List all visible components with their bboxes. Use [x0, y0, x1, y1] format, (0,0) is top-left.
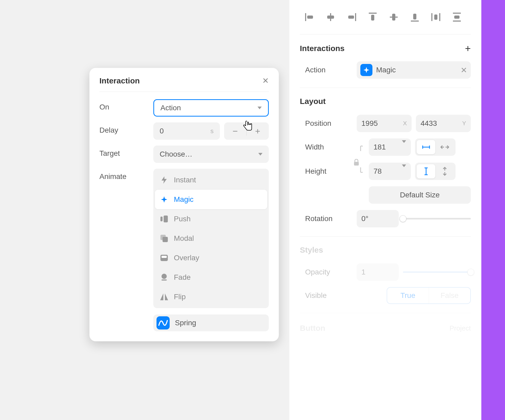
flip-icon: [160, 293, 168, 301]
animate-magic[interactable]: Magic: [155, 190, 267, 209]
slider-thumb[interactable]: [467, 269, 474, 276]
bolt-icon: [160, 176, 168, 184]
close-icon[interactable]: ✕: [262, 77, 269, 85]
interaction-chip[interactable]: Magic ✕: [357, 61, 471, 79]
delay-value: 0: [160, 127, 164, 135]
height-fixed-toggle[interactable]: [417, 164, 435, 178]
slider-thumb[interactable]: [400, 215, 406, 222]
delay-input[interactable]: 0 s: [153, 122, 220, 140]
align-left-icon[interactable]: [302, 11, 317, 24]
width-label: Width: [300, 143, 352, 151]
visible-true[interactable]: True: [387, 288, 429, 303]
alignment-controls: [300, 11, 471, 24]
align-center-h-icon[interactable]: [323, 11, 338, 24]
svg-rect-25: [454, 16, 459, 19]
remove-interaction-icon[interactable]: ✕: [461, 66, 467, 75]
visible-label: Visible: [300, 291, 352, 300]
svg-rect-22: [434, 14, 437, 20]
distribute-h-icon[interactable]: [428, 11, 443, 24]
on-label: On: [99, 99, 153, 111]
rotation-input[interactable]: 0°: [357, 210, 399, 227]
on-trigger-select[interactable]: Action: [153, 99, 269, 117]
opacity-slider[interactable]: [403, 263, 471, 281]
interaction-popover: Interaction ✕ On Action Delay 0 s − +: [89, 68, 279, 341]
x-suffix: X: [403, 120, 407, 127]
svg-rect-29: [354, 162, 359, 166]
svg-rect-19: [413, 14, 416, 19]
align-center-v-icon[interactable]: [386, 11, 401, 24]
on-trigger-value: Action: [160, 104, 181, 112]
chevron-down-icon: [402, 167, 406, 176]
sparkle-icon: [160, 196, 168, 203]
width-value: 181: [373, 143, 386, 151]
delay-label: Delay: [99, 122, 153, 134]
chevron-down-icon: [258, 153, 262, 156]
visible-false[interactable]: False: [429, 288, 471, 303]
animate-push[interactable]: Push: [155, 209, 267, 229]
rotation-slider[interactable]: [403, 210, 471, 227]
slider-track: [403, 271, 471, 273]
opacity-label: Opacity: [300, 268, 352, 276]
animate-magic-label: Magic: [174, 195, 194, 204]
easing-label: Spring: [175, 319, 196, 327]
animate-push-label: Push: [174, 215, 191, 223]
opacity-input[interactable]: 1: [357, 263, 399, 281]
purple-strip: [481, 0, 505, 420]
spring-curve-icon: [156, 316, 170, 329]
height-input[interactable]: 78: [369, 163, 411, 180]
width-input[interactable]: 181: [369, 138, 411, 156]
add-interaction-button[interactable]: +: [465, 43, 471, 53]
height-sizing-toggle: [415, 163, 456, 180]
animate-overlay-label: Overlay: [174, 254, 199, 262]
default-size-button[interactable]: Default Size: [369, 186, 471, 204]
svg-rect-0: [160, 217, 163, 221]
svg-rect-11: [327, 16, 334, 19]
position-y-input[interactable]: 4433 Y: [416, 115, 471, 132]
easing-select[interactable]: Spring: [153, 314, 269, 331]
target-select[interactable]: Choose…: [153, 146, 269, 163]
action-label: Action: [300, 66, 352, 74]
y-suffix: Y: [462, 120, 466, 127]
align-top-icon[interactable]: [365, 11, 380, 24]
rotation-label: Rotation: [300, 214, 352, 223]
animate-fade-label: Fade: [174, 273, 191, 282]
layout-title: Layout: [300, 97, 326, 106]
svg-rect-14: [369, 13, 377, 14]
fade-icon: [160, 273, 168, 281]
animate-fade[interactable]: Fade: [155, 268, 267, 287]
position-label: Position: [300, 119, 352, 128]
link-top-icon: [357, 143, 365, 151]
modal-icon: [160, 234, 168, 242]
position-y-value: 4433: [421, 119, 437, 128]
component-name: Button: [300, 324, 325, 333]
stepper-plus[interactable]: +: [247, 127, 269, 136]
slider-track: [403, 218, 471, 219]
push-icon: [160, 215, 168, 223]
animate-modal-label: Modal: [174, 234, 194, 243]
height-fill-toggle[interactable]: [435, 164, 454, 178]
svg-rect-9: [307, 16, 313, 19]
stepper-minus[interactable]: −: [224, 127, 246, 136]
distribute-v-icon[interactable]: [449, 11, 464, 24]
animate-modal[interactable]: Modal: [155, 229, 267, 248]
svg-rect-5: [161, 256, 167, 258]
rotation-value: 0°: [361, 214, 368, 223]
svg-rect-23: [453, 13, 461, 14]
delay-stepper: − +: [224, 122, 269, 140]
svg-rect-15: [371, 15, 374, 21]
width-fill-toggle[interactable]: [435, 140, 454, 154]
animate-flip-label: Flip: [174, 293, 186, 301]
align-right-icon[interactable]: [344, 11, 359, 24]
animate-instant[interactable]: Instant: [155, 170, 267, 190]
animate-instant-label: Instant: [174, 176, 196, 184]
svg-rect-18: [411, 21, 419, 22]
component-scope: Project: [450, 324, 471, 332]
svg-rect-1: [164, 216, 168, 222]
position-x-input[interactable]: 1995 X: [357, 115, 412, 132]
align-bottom-icon[interactable]: [407, 11, 422, 24]
lock-icon[interactable]: [352, 159, 360, 166]
animate-overlay[interactable]: Overlay: [155, 248, 267, 268]
height-value: 78: [373, 167, 382, 176]
animate-flip[interactable]: Flip: [155, 287, 267, 307]
width-fixed-toggle[interactable]: [417, 140, 435, 154]
